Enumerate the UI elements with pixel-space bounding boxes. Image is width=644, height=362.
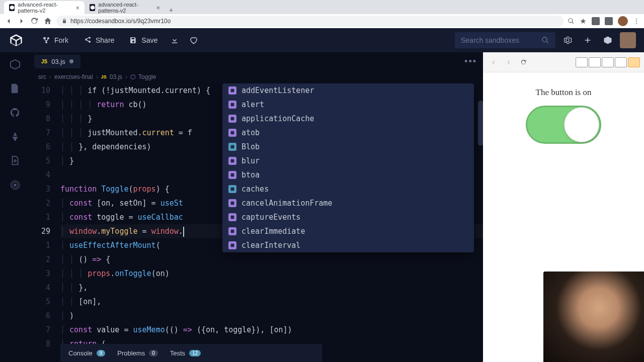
heart-icon [189, 36, 198, 45]
browser-tab-active[interactable]: advanced-react-patterns-v2 × [4, 1, 85, 14]
tab-favicon-icon [9, 4, 15, 11]
menu-icon[interactable]: ⋮ [633, 17, 640, 25]
preview-reload-button[interactable] [517, 56, 530, 69]
autocomplete-item[interactable]: clearInterval [222, 238, 474, 252]
search-icon [541, 36, 549, 44]
autocomplete-item[interactable]: alert [222, 98, 474, 112]
preview-back-button[interactable] [487, 56, 500, 69]
save-button[interactable]: Save [123, 32, 164, 48]
autocomplete-item[interactable]: addEventListener [222, 83, 474, 98]
like-button[interactable] [186, 32, 202, 48]
reload-icon[interactable] [30, 17, 39, 26]
autocomplete-item[interactable]: cancelAnimationFrame [222, 196, 474, 210]
layout-option-icon[interactable] [602, 57, 614, 67]
breadcrumb-part[interactable]: Toggle [138, 73, 156, 80]
browser-tab-inactive[interactable]: advanced-react-patterns-v2 × [85, 1, 165, 14]
preview-status-text: The button is on [493, 87, 634, 98]
profile-avatar[interactable] [618, 16, 628, 26]
breadcrumb-part[interactable]: exercises-final [54, 73, 93, 80]
function-icon: ⬡ [130, 73, 135, 80]
bottom-panel: Console 9 Problems 0 Tests 12 [60, 344, 322, 362]
autocomplete-item[interactable]: caches [222, 182, 474, 196]
svg-rect-12 [231, 216, 234, 219]
app-header: Fork Share Save Search sandboxes [0, 28, 644, 52]
user-avatar[interactable] [620, 32, 636, 48]
extension-icon[interactable] [592, 17, 600, 25]
back-icon[interactable] [4, 17, 13, 26]
browser-chrome: advanced-react-patterns-v2 × advanced-re… [0, 0, 644, 28]
editor-more-icon[interactable]: ••• [464, 56, 477, 67]
lock-icon [61, 18, 67, 24]
plus-icon [583, 36, 592, 45]
tab-close-icon[interactable]: × [156, 4, 160, 12]
home-icon[interactable] [43, 17, 52, 26]
sidebar-files-icon[interactable] [9, 82, 21, 95]
sidebar-live-icon[interactable] [9, 179, 21, 191]
ac-kind-icon [228, 241, 236, 249]
layout-option-icon[interactable] [576, 57, 588, 67]
toggle-switch[interactable] [526, 106, 601, 144]
code-editor[interactable]: 109876543212912345678 │ │ │ if (!justMou… [30, 83, 483, 362]
ac-kind-icon [228, 157, 236, 165]
search-input[interactable]: Search sandboxes [455, 32, 555, 48]
svg-rect-3 [231, 89, 234, 93]
ac-kind-icon [228, 101, 236, 109]
js-badge-icon: JS [41, 59, 47, 64]
svg-rect-4 [231, 103, 234, 107]
code-lines[interactable]: │ │ │ if (!justMounted.current) {│ │ │ │… [56, 83, 483, 362]
codesandbox-logo-icon[interactable] [8, 32, 24, 48]
ac-kind-icon [228, 171, 236, 179]
url-field[interactable]: https://codesandbox.io/s/9q23vmr10o [56, 16, 564, 27]
editor-area: JS 03.js ••• src › exercises-final › JS … [30, 52, 483, 362]
autocomplete-item[interactable]: Blob [222, 140, 474, 154]
breadcrumb-part[interactable]: src [38, 73, 46, 80]
tab-title: advanced-react-patterns-v2 [18, 2, 72, 14]
autocomplete-popup[interactable]: addEventListeneralertapplicationCacheato… [222, 83, 474, 252]
star-icon[interactable] [580, 18, 587, 25]
line-gutter: 109876543212912345678 [30, 83, 56, 362]
tab-close-icon[interactable]: × [75, 4, 79, 12]
fork-button[interactable]: Fork [36, 32, 74, 48]
problems-tab[interactable]: Problems 0 [117, 349, 157, 357]
svg-rect-5 [231, 117, 234, 121]
search-icon[interactable] [568, 18, 575, 25]
ac-kind-icon [228, 213, 236, 221]
sidebar-deploy-icon[interactable] [9, 131, 21, 143]
sidebar-github-icon[interactable] [9, 107, 21, 119]
console-tab[interactable]: Console 9 [68, 349, 105, 357]
gear-icon [563, 36, 572, 45]
webcam-overlay [543, 272, 644, 362]
autocomplete-item[interactable]: clearImmediate [222, 224, 474, 238]
add-button[interactable] [580, 32, 596, 48]
extension-icon[interactable] [605, 17, 613, 25]
editor-scrollbar[interactable] [478, 101, 483, 146]
autocomplete-item[interactable]: blur [222, 154, 474, 168]
layout-option-icon[interactable] [615, 57, 627, 67]
download-button[interactable] [167, 32, 183, 48]
new-tab-button[interactable]: + [165, 6, 177, 14]
breadcrumb-part[interactable]: 03.js [110, 73, 122, 80]
webcam-feed [543, 272, 644, 362]
forward-icon[interactable] [17, 17, 26, 26]
sidebar-config-icon[interactable] [9, 155, 21, 167]
autocomplete-item[interactable]: btoa [222, 168, 474, 182]
layout-option-icon[interactable] [628, 57, 640, 67]
dirty-indicator-icon [69, 59, 73, 63]
tests-tab[interactable]: Tests 12 [170, 349, 201, 357]
preview-forward-button[interactable] [502, 56, 515, 69]
settings-button[interactable] [559, 32, 576, 48]
cube-icon [603, 36, 612, 45]
svg-rect-14 [231, 244, 234, 247]
file-tab-active[interactable]: JS 03.js [34, 55, 80, 68]
layout-option-icon[interactable] [589, 57, 601, 67]
sidebar-sandbox-icon[interactable] [9, 58, 21, 70]
svg-rect-13 [231, 230, 234, 233]
cube-button[interactable] [600, 32, 616, 48]
autocomplete-item[interactable]: captureEvents [222, 210, 474, 224]
share-button[interactable]: Share [77, 32, 120, 48]
ac-kind-icon [228, 115, 236, 123]
file-tabs: JS 03.js [30, 52, 483, 70]
autocomplete-item[interactable]: applicationCache [222, 112, 474, 126]
browser-tab-bar: advanced-react-patterns-v2 × advanced-re… [0, 0, 644, 14]
autocomplete-item[interactable]: atob [222, 126, 474, 140]
